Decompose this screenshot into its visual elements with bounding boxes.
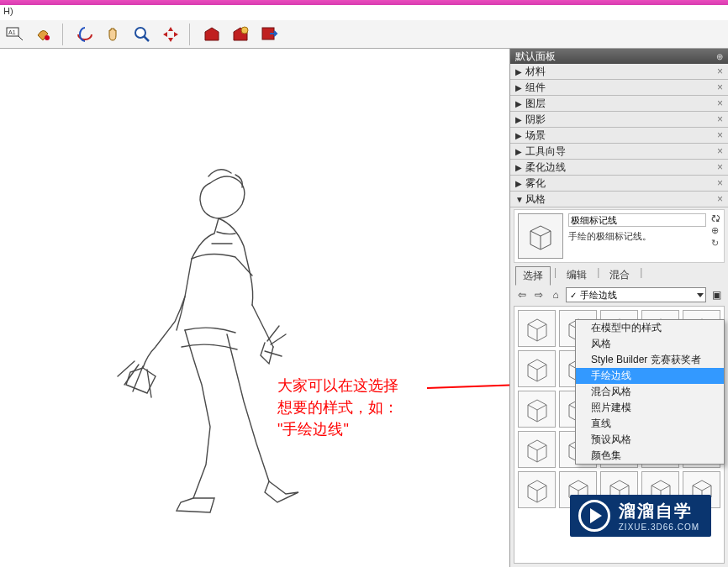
panel-section-instructor[interactable]: ▶ 工具向导 × — [510, 144, 728, 160]
orbit-button[interactable] — [73, 23, 97, 46]
section-label: 工具向导 — [525, 144, 566, 159]
tab-mix[interactable]: 混合 — [603, 266, 636, 286]
style-description: 手绘的极细标记线。 — [568, 230, 706, 243]
annotation-arrow — [427, 380, 509, 396]
section-label: 组件 — [525, 81, 546, 95]
svg-point-2 — [45, 35, 50, 40]
nav-back-button[interactable]: ⇦ — [515, 289, 529, 301]
pin-icon[interactable]: ⊕ — [716, 52, 723, 61]
section-label: 柔化边线 — [525, 160, 566, 175]
close-icon[interactable]: × — [717, 97, 723, 109]
update-style-icon[interactable]: 🗘 — [711, 213, 720, 223]
extensions-button[interactable] — [229, 23, 252, 46]
close-icon[interactable]: × — [717, 177, 723, 189]
figure-drawing — [101, 166, 454, 519]
model-viewport[interactable]: 大家可以在这选择 想要的样式，如： "手绘边线" — [0, 49, 509, 567]
close-icon[interactable]: × — [717, 145, 723, 157]
tab-divider: | — [554, 266, 557, 286]
menu-bar[interactable]: H) — [0, 5, 728, 20]
annotation-line: "手绘边线" — [277, 418, 398, 440]
style-thumbnail[interactable] — [518, 213, 563, 259]
tab-select[interactable]: 选择 — [515, 266, 551, 286]
refresh-style-icon[interactable]: ↻ — [711, 238, 720, 249]
dropdown-item[interactable]: 直线 — [576, 416, 724, 432]
paint-bucket-button[interactable] — [32, 23, 55, 46]
panel-section-soften[interactable]: ▶ 柔化边线 × — [510, 160, 728, 176]
style-tools: 🗘 ⊕ ↻ — [711, 213, 720, 259]
close-icon[interactable]: × — [717, 66, 723, 77]
dropdown-item[interactable]: 混合风格 — [576, 384, 724, 400]
collapse-arrow-icon: ▶ — [515, 163, 525, 172]
section-label: 阴影 — [525, 113, 546, 127]
collapse-arrow-icon: ▶ — [515, 179, 525, 188]
style-library-dropdown[interactable]: 在模型中的样式 风格 Style Builder 竞赛获奖者 手绘边线 混合风格… — [575, 319, 725, 465]
main-area: 大家可以在这选择 想要的样式，如： "手绘边线" 默认面板 ⊕ ▶ 材料 × ▶… — [0, 49, 728, 567]
close-icon[interactable]: × — [717, 113, 723, 125]
tab-divider: | — [640, 266, 642, 286]
panel-section-materials[interactable]: ▶ 材料 × — [510, 64, 728, 80]
dropdown-item[interactable]: 在模型中的样式 — [576, 320, 724, 336]
close-icon[interactable]: × — [717, 129, 723, 141]
current-style-block: 手绘的极细标记线。 🗘 ⊕ ↻ — [514, 209, 725, 263]
dropdown-item-selected[interactable]: 手绘边线 — [576, 368, 724, 384]
chevron-down-icon — [697, 293, 704, 297]
style-thumb-item[interactable] — [518, 431, 556, 468]
label-tool-button[interactable]: A1 — [3, 23, 27, 46]
panel-section-fog[interactable]: ▶ 雾化 × — [510, 176, 728, 192]
watermark-url: ZIXUE.3D66.COM — [619, 522, 699, 532]
collapse-arrow-icon: ▶ — [515, 67, 525, 76]
expand-arrow-icon: ▼ — [515, 195, 525, 204]
close-icon[interactable]: × — [717, 161, 723, 173]
close-icon[interactable]: × — [717, 193, 723, 205]
nav-forward-button[interactable]: ⇨ — [532, 289, 546, 301]
style-info: 手绘的极细标记线。 — [568, 213, 706, 259]
check-icon: ✓ — [570, 291, 577, 300]
zoom-extents-button[interactable] — [159, 23, 182, 46]
collapse-arrow-icon: ▶ — [515, 99, 525, 108]
pan-button[interactable] — [102, 23, 125, 46]
warehouse-button[interactable] — [200, 23, 224, 46]
panel-title-bar[interactable]: 默认面板 ⊕ — [510, 49, 728, 64]
collapse-arrow-icon: ▶ — [515, 131, 525, 140]
section-label: 雾化 — [525, 176, 546, 191]
annotation-text: 大家可以在这选择 想要的样式，如： "手绘边线" — [277, 375, 398, 440]
toolbar-separator — [189, 24, 193, 45]
style-name-input[interactable] — [568, 213, 706, 227]
panel-section-styles[interactable]: ▼ 风格 × — [510, 192, 728, 207]
style-tabs: 选择 | 编辑 | 混合 | — [510, 263, 728, 286]
panel-section-components[interactable]: ▶ 组件 × — [510, 80, 728, 96]
dropdown-item[interactable]: 预设风格 — [576, 432, 724, 448]
style-thumb-item[interactable] — [518, 310, 556, 347]
details-button[interactable]: ▣ — [710, 289, 723, 301]
toolbar-separator — [62, 24, 66, 45]
style-nav-row: ⇦ ⇨ ⌂ ✓ 手绘边线 ▣ — [510, 286, 728, 304]
svg-line-6 — [427, 385, 509, 388]
nav-home-button[interactable]: ⌂ — [549, 289, 562, 301]
dropdown-item[interactable]: Style Builder 竞赛获奖者 — [576, 352, 724, 368]
zoom-button[interactable] — [130, 23, 154, 46]
dropdown-item[interactable]: 颜色集 — [576, 448, 724, 464]
panel-section-shadows[interactable]: ▶ 阴影 × — [510, 112, 728, 128]
create-style-icon[interactable]: ⊕ — [711, 225, 720, 236]
watermark-text: 溜溜自学 ZIXUE.3D66.COM — [619, 500, 699, 532]
tab-edit[interactable]: 编辑 — [560, 266, 593, 286]
panel-section-layers[interactable]: ▶ 图层 × — [510, 96, 728, 112]
collapse-arrow-icon: ▶ — [515, 115, 525, 124]
style-thumb-item[interactable] — [518, 471, 556, 508]
close-icon[interactable]: × — [717, 81, 723, 93]
play-icon — [578, 500, 610, 532]
panel-section-scenes[interactable]: ▶ 场景 × — [510, 128, 728, 144]
watermark-name: 溜溜自学 — [619, 500, 699, 522]
side-panel: 默认面板 ⊕ ▶ 材料 × ▶ 组件 × ▶ 图层 × ▶ 阴影 × ▶ 场景 … — [509, 49, 728, 567]
annotation-line: 想要的样式，如： — [277, 396, 398, 418]
tab-divider: | — [597, 266, 599, 286]
collapse-arrow-icon: ▶ — [515, 147, 525, 156]
svg-text:A1: A1 — [8, 29, 16, 35]
style-library-combo[interactable]: ✓ 手绘边线 — [566, 287, 706, 302]
style-thumb-item[interactable] — [518, 391, 556, 428]
dropdown-item[interactable]: 照片建模 — [576, 400, 724, 416]
combo-value: 手绘边线 — [580, 289, 617, 302]
send-to-layout-button[interactable] — [257, 23, 281, 46]
style-thumb-item[interactable] — [518, 350, 556, 387]
dropdown-item[interactable]: 风格 — [576, 336, 724, 352]
